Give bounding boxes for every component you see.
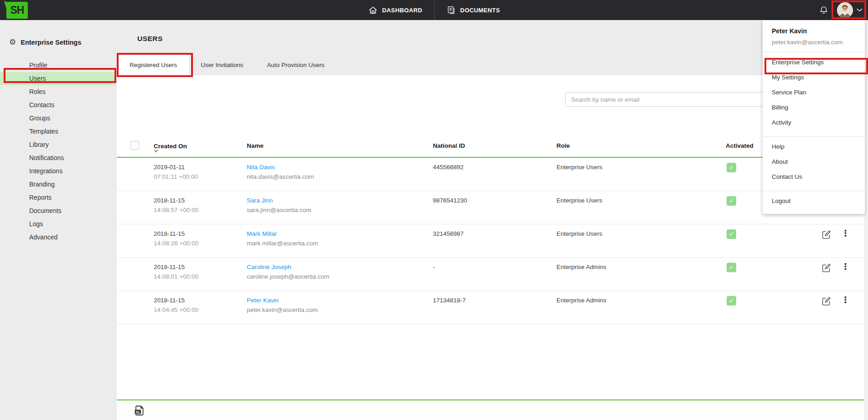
menu-divider — [763, 52, 865, 52]
menu-user-email: peter.kavin@ascertia.com — [763, 35, 865, 46]
column-header-activated[interactable]: Activated — [726, 142, 754, 149]
sidebar-item-users[interactable]: Users — [0, 72, 116, 85]
sidebar-item-reports[interactable]: Reports — [0, 191, 116, 204]
svg-text:XL: XL — [136, 410, 140, 414]
tab-user-invitations[interactable]: User Invitations — [189, 55, 255, 75]
user-name-link[interactable]: Peter Kavin — [247, 297, 279, 304]
cell-created-time: 14:08:26 +00:00 — [154, 240, 198, 247]
cell-created-date: 2018-11-15 — [154, 230, 185, 237]
export-xls-icon[interactable]: XL — [133, 404, 145, 416]
table-row: 2018-11-1514:08:57 +00:00Sara Jinnsara.j… — [117, 191, 865, 224]
menu-item-help[interactable]: Help — [763, 139, 865, 154]
sidebar-item-contacts[interactable]: Contacts — [0, 99, 116, 112]
table-body: 2019-01-1107:01:11 +00:00Nita Davisnita.… — [117, 158, 865, 324]
user-dropdown-menu: Peter Kavin peter.kavin@ascertia.com Ent… — [763, 20, 865, 214]
top-navigation: DASHBOARD DOCUMENTS — [356, 0, 512, 20]
column-header-national-id[interactable]: National ID — [433, 142, 465, 149]
sidebar-item-roles[interactable]: Roles — [0, 85, 116, 99]
sort-descending-icon[interactable] — [154, 150, 190, 152]
tab-registered-users[interactable]: Registered Users — [118, 55, 189, 75]
main-header: USERS Registered UsersUser InvitationsAu… — [117, 20, 868, 75]
sidebar: ⚙ Enterprise Settings ProfileUsersRolesC… — [0, 20, 116, 420]
cell-user-email: nita.davis@ascertia.com — [247, 173, 314, 180]
cell-role: Enterprise Users — [556, 164, 603, 171]
menu-item-contact-us[interactable]: Contact Us — [763, 169, 865, 184]
menu-item-billing[interactable]: Billing — [763, 100, 865, 115]
main-content: USERS Registered UsersUser InvitationsAu… — [117, 20, 868, 420]
cell-role: Enterprise Users — [556, 197, 603, 204]
sidebar-title: ⚙ Enterprise Settings — [9, 38, 81, 46]
table-row: 2018-11-1514:04:45 +00:00Peter Kavinpete… — [117, 291, 865, 324]
menu-item-activity[interactable]: Activity — [763, 115, 865, 130]
tab-auto-provision-users[interactable]: Auto Provision Users — [255, 55, 336, 75]
nav-documents[interactable]: DOCUMENTS — [435, 0, 512, 20]
user-avatar[interactable] — [837, 2, 853, 18]
scrollbar-track[interactable] — [864, 20, 868, 420]
sidebar-item-templates[interactable]: Templates — [0, 125, 116, 138]
topbar-right — [819, 0, 864, 20]
menu-item-enterprise-settings[interactable]: Enterprise Settings — [763, 55, 865, 70]
search-input[interactable] — [565, 92, 766, 107]
menu-item-about[interactable]: About — [763, 154, 865, 169]
cell-created-time: 07:01:11 +00:00 — [154, 173, 198, 180]
nav-documents-label: DOCUMENTS — [460, 7, 500, 14]
user-name-link[interactable]: Nita Davis — [247, 164, 275, 171]
cell-created-time: 14:08:57 +00:00 — [154, 207, 198, 213]
cell-role: Enterprise Users — [556, 230, 603, 237]
sidebar-item-library[interactable]: Library — [0, 138, 116, 151]
sidebar-item-integrations[interactable]: Integrations — [0, 165, 116, 178]
cell-created-date: 2018-11-15 — [154, 197, 185, 204]
user-menu-button[interactable] — [837, 2, 863, 18]
menu-item-logout[interactable]: Logout — [763, 193, 865, 208]
sidebar-item-advanced[interactable]: Advanced — [0, 231, 116, 244]
nav-dashboard[interactable]: DASHBOARD — [356, 0, 434, 20]
cell-user-email: caroline.joseph@ascertia.com — [247, 273, 329, 280]
sidebar-items: ProfileUsersRolesContactsGroupsTemplates… — [0, 59, 116, 244]
column-header-role[interactable]: Role — [556, 142, 570, 149]
sidebar-item-notifications[interactable]: Notifications — [0, 151, 116, 165]
cell-role: Enterprise Admins — [556, 264, 607, 270]
sidebar-item-logs[interactable]: Logs — [0, 218, 116, 231]
table-row: 2018-11-1514:08:01 +00:00Caroline Joseph… — [117, 258, 865, 291]
cell-created-date: 2018-11-15 — [154, 264, 185, 270]
row-kebab-menu-icon[interactable]: ⋮ — [841, 262, 850, 272]
home-icon — [368, 5, 378, 15]
row-kebab-menu-icon[interactable]: ⋮ — [841, 295, 850, 306]
signinghub-logo[interactable]: SH — [6, 2, 28, 19]
cell-created-date: 2019-01-11 — [154, 164, 185, 171]
gear-icon: ⚙ — [9, 38, 16, 46]
nav-dashboard-label: DASHBOARD — [382, 7, 422, 14]
cell-role: Enterprise Admins — [556, 297, 607, 304]
sidebar-item-branding[interactable]: Branding — [0, 178, 116, 191]
row-kebab-menu-icon[interactable]: ⋮ — [841, 228, 850, 239]
cell-national-id: 9876541230 — [433, 197, 467, 204]
user-name-link[interactable]: Mark Millar — [247, 230, 277, 237]
column-header-name[interactable]: Name — [247, 142, 264, 149]
activated-check-icon: ✓ — [727, 296, 736, 306]
edit-user-icon[interactable] — [821, 230, 831, 239]
menu-groups: Enterprise SettingsMy SettingsService Pl… — [763, 52, 865, 208]
user-name-link[interactable]: Sara Jinn — [247, 197, 273, 204]
menu-item-my-settings[interactable]: My Settings — [763, 70, 865, 85]
notifications-bell-icon[interactable] — [819, 5, 829, 15]
menu-item-service-plan[interactable]: Service Plan — [763, 85, 865, 100]
table-header: Created On Name National ID Role Activat… — [117, 135, 865, 158]
cell-national-id: 321456987 — [433, 230, 464, 237]
cell-created-time: 14:08:01 +00:00 — [154, 273, 198, 280]
user-name-link[interactable]: Caroline Joseph — [247, 264, 291, 270]
select-all-checkbox[interactable] — [130, 141, 139, 150]
menu-user-name: Peter Kavin — [763, 27, 865, 35]
cell-national-id: 17134818-7 — [433, 297, 466, 304]
chevron-down-icon[interactable] — [857, 8, 863, 12]
sidebar-item-groups[interactable]: Groups — [0, 112, 116, 125]
sidebar-item-profile[interactable]: Profile — [0, 59, 116, 72]
logo-text: SH — [10, 4, 24, 16]
column-header-created-on[interactable]: Created On — [154, 142, 190, 152]
sidebar-item-documents[interactable]: Documents — [0, 204, 116, 218]
cell-national-id: 445566892 — [433, 164, 464, 171]
table-row: 2019-01-1107:01:11 +00:00Nita Davisnita.… — [117, 158, 865, 191]
edit-user-icon[interactable] — [821, 263, 831, 273]
edit-user-icon[interactable] — [821, 296, 831, 306]
app-window: SH DASHBOARD DOCUMENTS — [0, 0, 868, 420]
activated-check-icon: ✓ — [727, 196, 736, 206]
